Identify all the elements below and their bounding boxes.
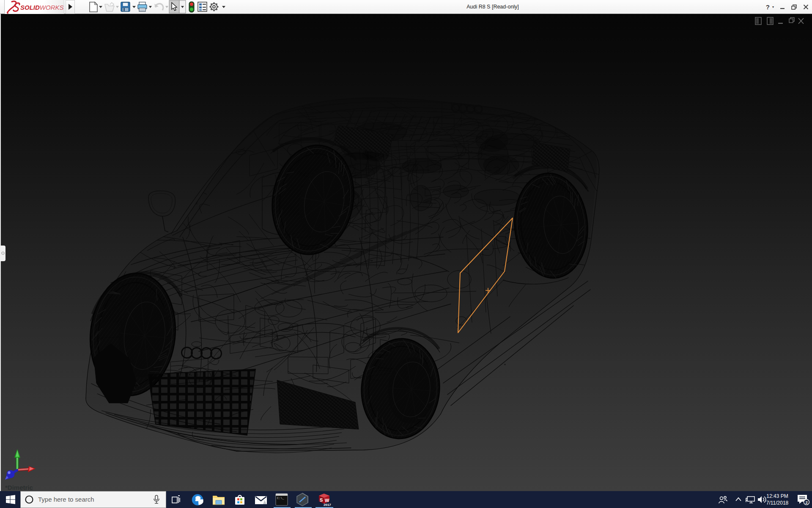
svg-text:W: W xyxy=(325,498,329,503)
svg-text:2: 2 xyxy=(806,500,808,505)
svg-text:2017: 2017 xyxy=(324,503,331,507)
svg-text:S: S xyxy=(320,497,323,502)
svg-text:C:\_: C:\_ xyxy=(277,497,285,500)
